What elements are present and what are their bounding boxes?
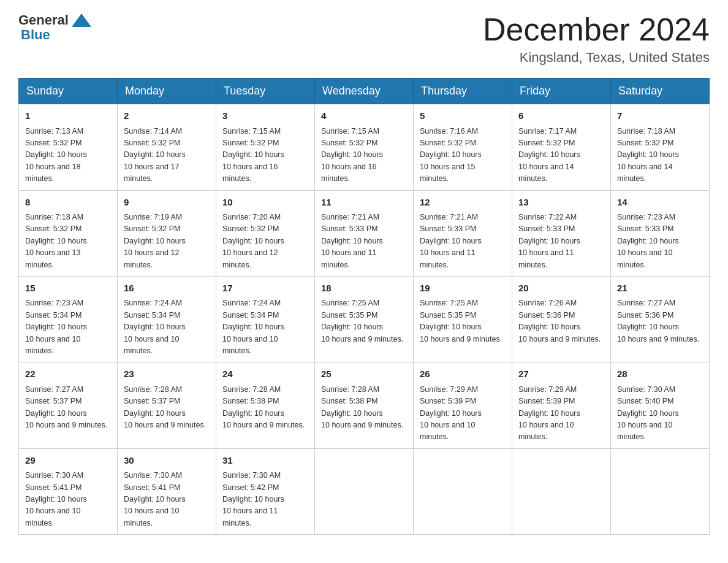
day-info: Sunrise: 7:19 AMSunset: 5:32 PMDaylight:…	[124, 212, 210, 271]
day-info: Sunrise: 7:20 AMSunset: 5:32 PMDaylight:…	[222, 212, 308, 271]
day-number: 18	[321, 282, 407, 296]
calendar-day-cell: 16 Sunrise: 7:24 AMSunset: 5:34 PMDaylig…	[118, 276, 216, 362]
day-number: 27	[518, 367, 604, 381]
calendar-week-row: 15 Sunrise: 7:23 AMSunset: 5:34 PMDaylig…	[19, 276, 710, 362]
logo-triangle-icon	[72, 13, 91, 27]
day-number: 11	[321, 196, 407, 210]
weekday-header-tuesday: Tuesday	[216, 79, 315, 104]
weekday-header-monday: Monday	[118, 79, 216, 104]
calendar-day-cell: 6 Sunrise: 7:17 AMSunset: 5:32 PMDayligh…	[512, 104, 611, 190]
day-info: Sunrise: 7:16 AMSunset: 5:32 PMDaylight:…	[420, 126, 506, 185]
day-number: 12	[420, 196, 506, 210]
calendar-day-cell	[414, 448, 512, 534]
calendar-day-cell: 3 Sunrise: 7:15 AMSunset: 5:32 PMDayligh…	[216, 104, 315, 190]
calendar-day-cell	[512, 448, 611, 534]
calendar-week-row: 29 Sunrise: 7:30 AMSunset: 5:41 PMDaylig…	[19, 448, 710, 534]
day-number: 1	[25, 109, 111, 123]
location-text: Kingsland, Texas, United States	[483, 50, 710, 66]
calendar-day-cell: 18 Sunrise: 7:25 AMSunset: 5:35 PMDaylig…	[315, 276, 414, 362]
calendar-day-cell: 7 Sunrise: 7:18 AMSunset: 5:32 PMDayligh…	[611, 104, 710, 190]
calendar-day-cell: 11 Sunrise: 7:21 AMSunset: 5:33 PMDaylig…	[315, 190, 414, 276]
day-number: 28	[617, 367, 703, 381]
day-number: 10	[222, 196, 308, 210]
day-number: 15	[25, 282, 111, 296]
day-number: 3	[222, 109, 308, 123]
logo-blue-text: Blue	[21, 27, 50, 43]
day-number: 21	[617, 282, 703, 296]
calendar-day-cell: 30 Sunrise: 7:30 AMSunset: 5:41 PMDaylig…	[118, 448, 216, 534]
day-number: 2	[124, 109, 210, 123]
day-number: 14	[617, 196, 703, 210]
day-info: Sunrise: 7:25 AMSunset: 5:35 PMDaylight:…	[420, 297, 506, 345]
logo-text: General	[18, 12, 91, 28]
day-info: Sunrise: 7:30 AMSunset: 5:42 PMDaylight:…	[222, 470, 308, 529]
calendar-day-cell: 14 Sunrise: 7:23 AMSunset: 5:33 PMDaylig…	[611, 190, 710, 276]
calendar-day-cell: 26 Sunrise: 7:29 AMSunset: 5:39 PMDaylig…	[414, 362, 512, 448]
svg-marker-0	[72, 13, 91, 27]
calendar-day-cell	[315, 448, 414, 534]
day-info: Sunrise: 7:23 AMSunset: 5:34 PMDaylight:…	[25, 297, 111, 357]
calendar-day-cell	[611, 448, 710, 534]
calendar-day-cell: 21 Sunrise: 7:27 AMSunset: 5:36 PMDaylig…	[611, 276, 710, 362]
calendar-week-row: 1 Sunrise: 7:13 AMSunset: 5:32 PMDayligh…	[19, 104, 710, 190]
day-info: Sunrise: 7:22 AMSunset: 5:33 PMDaylight:…	[518, 212, 604, 271]
day-info: Sunrise: 7:24 AMSunset: 5:34 PMDaylight:…	[222, 297, 308, 357]
logo-general: General	[18, 12, 69, 28]
calendar-day-cell: 24 Sunrise: 7:28 AMSunset: 5:38 PMDaylig…	[216, 362, 315, 448]
calendar-day-cell: 19 Sunrise: 7:25 AMSunset: 5:35 PMDaylig…	[414, 276, 512, 362]
day-info: Sunrise: 7:24 AMSunset: 5:34 PMDaylight:…	[124, 297, 210, 357]
day-number: 22	[25, 367, 111, 381]
calendar-day-cell: 12 Sunrise: 7:21 AMSunset: 5:33 PMDaylig…	[414, 190, 512, 276]
day-info: Sunrise: 7:28 AMSunset: 5:37 PMDaylight:…	[124, 384, 210, 432]
day-info: Sunrise: 7:29 AMSunset: 5:39 PMDaylight:…	[518, 384, 604, 443]
calendar-day-cell: 2 Sunrise: 7:14 AMSunset: 5:32 PMDayligh…	[118, 104, 216, 190]
calendar-day-cell: 31 Sunrise: 7:30 AMSunset: 5:42 PMDaylig…	[216, 448, 315, 534]
calendar-week-row: 22 Sunrise: 7:27 AMSunset: 5:37 PMDaylig…	[19, 362, 710, 448]
calendar-day-cell: 20 Sunrise: 7:26 AMSunset: 5:36 PMDaylig…	[512, 276, 611, 362]
day-number: 17	[222, 282, 308, 296]
weekday-header-friday: Friday	[512, 79, 611, 104]
day-number: 9	[124, 196, 210, 210]
day-info: Sunrise: 7:28 AMSunset: 5:38 PMDaylight:…	[222, 384, 308, 432]
calendar-day-cell: 1 Sunrise: 7:13 AMSunset: 5:32 PMDayligh…	[19, 104, 118, 190]
day-info: Sunrise: 7:15 AMSunset: 5:32 PMDaylight:…	[222, 126, 308, 185]
day-info: Sunrise: 7:14 AMSunset: 5:32 PMDaylight:…	[124, 126, 210, 185]
day-info: Sunrise: 7:18 AMSunset: 5:32 PMDaylight:…	[617, 126, 703, 185]
day-number: 4	[321, 109, 407, 123]
day-info: Sunrise: 7:13 AMSunset: 5:32 PMDaylight:…	[25, 126, 111, 185]
calendar-day-cell: 9 Sunrise: 7:19 AMSunset: 5:32 PMDayligh…	[118, 190, 216, 276]
day-info: Sunrise: 7:15 AMSunset: 5:32 PMDaylight:…	[321, 126, 407, 185]
calendar-day-cell: 4 Sunrise: 7:15 AMSunset: 5:32 PMDayligh…	[315, 104, 414, 190]
day-number: 6	[518, 109, 604, 123]
day-number: 23	[124, 367, 210, 381]
calendar-day-cell: 17 Sunrise: 7:24 AMSunset: 5:34 PMDaylig…	[216, 276, 315, 362]
calendar-day-cell: 29 Sunrise: 7:30 AMSunset: 5:41 PMDaylig…	[19, 448, 118, 534]
calendar-day-cell: 5 Sunrise: 7:16 AMSunset: 5:32 PMDayligh…	[414, 104, 512, 190]
day-info: Sunrise: 7:17 AMSunset: 5:32 PMDaylight:…	[518, 126, 604, 185]
day-info: Sunrise: 7:26 AMSunset: 5:36 PMDaylight:…	[518, 297, 604, 345]
day-info: Sunrise: 7:27 AMSunset: 5:37 PMDaylight:…	[25, 384, 111, 432]
calendar-day-cell: 15 Sunrise: 7:23 AMSunset: 5:34 PMDaylig…	[19, 276, 118, 362]
page-header: General Blue December 2024 Kingsland, Te…	[18, 12, 710, 66]
day-info: Sunrise: 7:28 AMSunset: 5:38 PMDaylight:…	[321, 384, 407, 432]
logo: General Blue	[18, 12, 91, 43]
weekday-header-sunday: Sunday	[19, 79, 118, 104]
calendar-day-cell: 25 Sunrise: 7:28 AMSunset: 5:38 PMDaylig…	[315, 362, 414, 448]
day-info: Sunrise: 7:23 AMSunset: 5:33 PMDaylight:…	[617, 212, 703, 271]
day-number: 19	[420, 282, 506, 296]
month-title: December 2024	[483, 12, 710, 47]
day-info: Sunrise: 7:18 AMSunset: 5:32 PMDaylight:…	[25, 212, 111, 271]
day-number: 25	[321, 367, 407, 381]
day-number: 30	[124, 454, 210, 468]
day-info: Sunrise: 7:30 AMSunset: 5:41 PMDaylight:…	[25, 470, 111, 529]
day-number: 31	[222, 454, 308, 468]
calendar-day-cell: 8 Sunrise: 7:18 AMSunset: 5:32 PMDayligh…	[19, 190, 118, 276]
calendar-day-cell: 28 Sunrise: 7:30 AMSunset: 5:40 PMDaylig…	[611, 362, 710, 448]
day-info: Sunrise: 7:30 AMSunset: 5:40 PMDaylight:…	[617, 384, 703, 443]
day-info: Sunrise: 7:21 AMSunset: 5:33 PMDaylight:…	[321, 212, 407, 271]
calendar-table: SundayMondayTuesdayWednesdayThursdayFrid…	[18, 78, 710, 535]
weekday-header-wednesday: Wednesday	[315, 79, 414, 104]
day-number: 5	[420, 109, 506, 123]
day-number: 26	[420, 367, 506, 381]
day-number: 16	[124, 282, 210, 296]
